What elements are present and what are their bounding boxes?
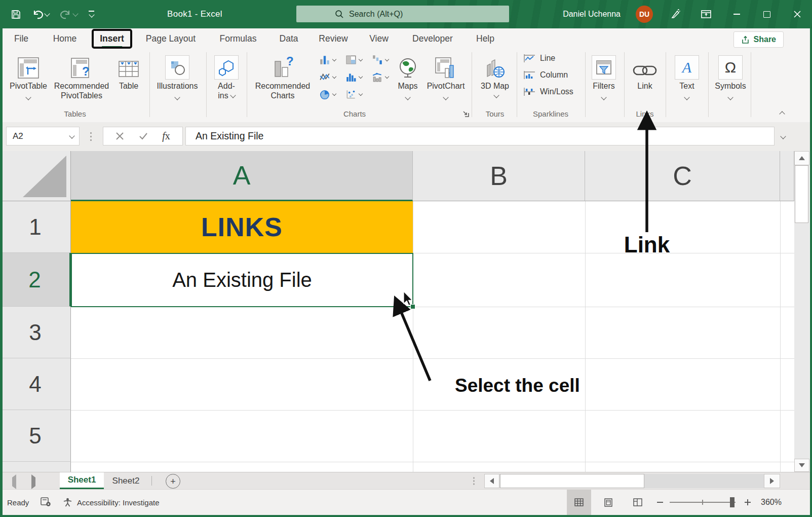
histogram-chart-button[interactable] [345,71,362,83]
pivottable-button[interactable]: PivotTable [7,51,50,97]
sparkline-line-button[interactable]: Line [523,53,555,63]
inking-icon[interactable] [668,7,683,22]
sparkline-column-button[interactable]: Column [523,70,568,80]
expand-formula-bar-icon[interactable] [780,133,786,139]
tab-developer[interactable]: Developer [412,28,453,49]
tab-formulas[interactable]: Formulas [220,28,257,49]
column-header-partial[interactable] [780,151,794,201]
close-button[interactable] [790,7,805,22]
recommended-charts-button[interactable]: ? Recommended Charts [251,51,314,101]
filters-button[interactable]: Filters [587,51,621,97]
chevron-down-icon[interactable] [69,133,74,138]
zoom-slider-thumb[interactable] [730,497,734,507]
combo-chart-button[interactable] [372,71,389,83]
new-sheet-button[interactable]: + [166,474,180,489]
tab-review[interactable]: Review [319,28,347,49]
recommended-pivottables-button[interactable]: ? Recommended PivotTables [49,51,114,101]
text-button[interactable]: A Text [671,51,703,97]
sheet-nav-left-icon[interactable] [12,477,16,487]
formula-input[interactable]: An Existing File [185,127,775,145]
sheet-tab-sheet2[interactable]: Sheet2 [104,472,148,489]
pie-chart-button[interactable] [319,89,336,100]
customize-quick-access-icon[interactable] [89,11,94,18]
sheet-tab-sheet1[interactable]: Sheet1 [60,472,104,489]
scrollbar-resize-handle[interactable] [473,476,475,486]
zoom-level[interactable]: 360% [761,490,782,515]
accessibility-status[interactable]: Accessibility: Investigate [63,490,160,515]
scroll-left-button[interactable] [484,474,499,488]
cancel-icon[interactable] [115,132,124,140]
zoom-out-button[interactable] [657,490,663,515]
column-header-b[interactable]: B [413,151,585,201]
gridline [780,201,781,472]
row-header-5[interactable]: 5 [0,410,71,462]
add-ins-button[interactable]: Add-ins [210,51,243,101]
scroll-up-button[interactable] [794,151,809,165]
tab-file[interactable]: File [14,28,28,49]
macro-record-icon[interactable] [41,490,52,515]
link-button[interactable]: Link [629,51,661,91]
ribbon-display-options-icon[interactable] [699,7,714,22]
select-all-corner[interactable] [0,151,71,201]
tab-page-layout[interactable]: Page Layout [146,28,196,49]
fill-handle[interactable] [410,304,415,309]
save-icon[interactable] [11,10,21,19]
hierarchy-chart-button[interactable] [345,54,362,65]
undo-button[interactable] [32,9,49,19]
zoom-in-button[interactable] [745,490,751,515]
tab-insert[interactable]: Insert [100,28,124,49]
waterfall-chart-button[interactable] [372,54,389,65]
tab-home[interactable]: Home [53,28,77,49]
group-separator [585,52,586,117]
share-button[interactable]: Share [733,31,784,48]
insert-function-icon[interactable]: fx [162,130,170,142]
formula-bar-handle[interactable] [90,131,92,141]
illustrations-button[interactable]: Illustrations [151,51,204,97]
column-chart-button[interactable] [319,54,336,65]
page-break-view-button[interactable] [626,490,650,515]
collapse-ribbon-icon[interactable] [779,111,785,117]
enter-icon[interactable] [139,132,148,140]
tab-data[interactable]: Data [280,28,298,49]
line-chart-button[interactable] [319,71,336,83]
tab-help[interactable]: Help [476,28,494,49]
vertical-scrollbar[interactable] [794,151,809,472]
avatar[interactable]: DU [636,6,653,23]
scroll-right-button[interactable] [764,474,780,488]
vertical-scroll-thumb[interactable] [795,165,808,223]
scroll-down-button[interactable] [794,459,809,472]
sheet-nav-right-icon[interactable] [31,477,35,487]
symbols-button[interactable]: Ω Symbols [711,51,750,97]
row-header-partial[interactable] [0,462,71,472]
column-header-c[interactable]: C [585,151,780,201]
sparkline-winloss-button[interactable]: Win/Loss [523,87,573,97]
3d-map-button[interactable]: 3D Map [476,51,514,101]
table-button[interactable]: Table [113,51,144,91]
row-header-2[interactable]: 2 [0,253,71,307]
scatter-chart-button[interactable] [345,89,362,100]
hierarchy-chart-icon [345,54,357,65]
page-layout-view-button[interactable] [596,490,621,515]
maps-button[interactable]: Maps [394,51,421,97]
name-box[interactable]: A2 [6,127,80,145]
horizontal-scrollbar[interactable] [484,474,780,488]
redo-button [60,9,78,19]
minimize-button[interactable] [729,7,744,22]
accessibility-label: Accessibility: Investigate [77,498,160,507]
column-header-a[interactable]: A [71,151,413,201]
maximize-button[interactable] [759,7,775,22]
cell-a1[interactable]: LINKS [71,201,413,253]
normal-view-button[interactable] [567,490,591,515]
tab-view[interactable]: View [369,28,389,49]
chevron-down-icon [493,92,499,98]
search-box[interactable]: Search (Alt+Q) [296,6,509,22]
row-header-4[interactable]: 4 [0,358,71,410]
charts-dialog-launcher-icon[interactable] [462,110,470,120]
user-name[interactable]: Daniel Uchenna [563,10,621,19]
chevron-down-icon[interactable] [44,11,50,16]
pivotchart-button[interactable]: PivotChart [423,51,468,97]
row-header-3[interactable]: 3 [0,307,71,358]
horizontal-scroll-thumb[interactable] [500,474,644,488]
cell-a2-selected[interactable]: An Existing File [71,253,413,307]
row-header-1[interactable]: 1 [0,201,71,253]
